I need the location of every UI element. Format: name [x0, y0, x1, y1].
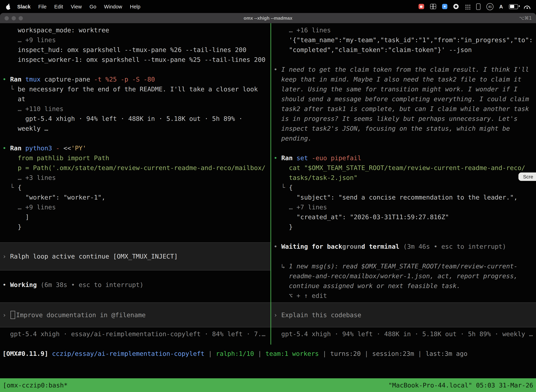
text-segment: ⌥ + ↑ edit: [274, 292, 327, 299]
terminal-line: tasks/task-2.json": [274, 173, 536, 183]
terminal-line: cat "$OMX_TEAM_STATE_ROOT/team/review-cu…: [274, 163, 536, 173]
text-segment: [2, 184, 10, 191]
screen-recording-icon[interactable]: [418, 4, 424, 9]
text-segment: is in progress? It seems likely but perh…: [274, 115, 517, 122]
text-segment: [2, 174, 18, 181]
text-segment: be necessary for the end of the README. …: [18, 85, 258, 93]
tmux-window-tab[interactable]: [omx-cczip0:bash*: [3, 382, 67, 389]
text-segment: •: [2, 75, 10, 83]
menu-item-view[interactable]: View: [67, 4, 86, 9]
prompt-placeholder: Improve documentation in @filename: [16, 310, 146, 320]
terminal-line: workspace_mode: worktree: [2, 25, 270, 35]
omx-status-line: [OMX#0.11.9] cczip/essay/ai-reimplementa…: [2, 349, 536, 359]
inject-status-band: › Ralph loop active continue [OMX_TMUX_I…: [0, 242, 270, 271]
text-segment: [274, 203, 289, 211]
terminal-line: inspect_worker-1: omx sparkshell --tmux-…: [2, 55, 270, 65]
text-segment: Waiting for back: [281, 243, 342, 250]
percentage-badge-icon[interactable]: .61: [486, 3, 493, 10]
raycast-icon[interactable]: [442, 4, 447, 9]
text-segment: [52, 144, 56, 152]
battery-icon[interactable]: [509, 4, 518, 9]
prompt-chevron-icon: ›: [274, 310, 281, 320]
text-segment: [274, 184, 281, 191]
terminal-line: "worker": "worker-1",: [2, 192, 270, 202]
text-segment: last:3m ago: [426, 350, 467, 357]
input-source-icon[interactable]: A: [499, 4, 503, 9]
wifi-icon[interactable]: [524, 4, 530, 9]
text-segment: keep that in mind. Maybe I also need the…: [274, 75, 522, 83]
apple-menu-icon[interactable]: [6, 3, 11, 10]
menu-item-help[interactable]: Help: [126, 4, 144, 9]
text-segment: └: [10, 184, 18, 191]
text-segment: •: [274, 243, 281, 250]
text-segment: Ran: [10, 75, 25, 83]
menu-item-slack[interactable]: Slack: [13, 4, 34, 9]
text-segment: [2, 105, 18, 112]
text-segment: "completed","claim_token":"claim-token"}…: [274, 46, 472, 53]
text-segment: tmux: [25, 75, 41, 83]
menu-item-window[interactable]: Window: [100, 4, 126, 9]
window-grid-icon[interactable]: [430, 4, 436, 9]
menu-item-go[interactable]: Go: [86, 4, 100, 9]
text-segment: [2, 203, 18, 211]
text-segment: gpt-5.4 xhigh · 94% left · 488K in · 5.1…: [2, 115, 243, 122]
app-circle-icon[interactable]: [453, 4, 459, 9]
text-segment: set: [297, 154, 308, 162]
terminal-line: └ {: [2, 183, 270, 192]
terminal-line: ]: [2, 212, 270, 222]
terminal-line: • I need to get the claim token from the…: [274, 65, 536, 75]
prompt-chevron-icon: ›: [2, 310, 10, 320]
window-title: omx --xhigh --madmax: [0, 13, 536, 23]
terminal-line: … +7 lines: [274, 202, 536, 212]
text-segment: |: [205, 350, 216, 357]
text-segment: … +3 lines: [18, 174, 56, 181]
terminal-line: "completed","claim_token":"claim-token"}…: [274, 45, 536, 55]
screenshot-notification[interactable]: Scre: [518, 173, 536, 181]
menu-item-edit[interactable]: Edit: [50, 4, 67, 9]
text-segment: weekly …: [2, 125, 48, 132]
terminal-line: should send a message before completing …: [274, 94, 536, 104]
text-segment: └: [10, 85, 18, 93]
text-segment: |: [361, 350, 372, 357]
text-segment: -t %25 -p -S -80: [94, 75, 155, 83]
prompt-placeholder: Explain this codebase: [281, 310, 361, 320]
prompt-input-left[interactable]: › Improve documentation in @filename: [0, 303, 270, 327]
left-terminal-pane[interactable]: workspace_mode: worktree … +9 lines insp…: [0, 23, 270, 345]
text-cursor: [10, 311, 15, 319]
terminal-line: inspect task2's JSON, focusing on the st…: [274, 124, 536, 134]
terminal-line: p = Path('.omx/state/team/review-current…: [2, 163, 270, 173]
terminal-window: workspace_mode: worktree … +9 lines insp…: [0, 23, 536, 392]
text-segment: [274, 26, 289, 34]
text-segment: task2 after task1 is complete, but can I…: [274, 105, 529, 112]
text-segment: {: [289, 184, 293, 191]
macos-menu-bar: SlackFileEditViewGoWindowHelp .61A: [0, 0, 536, 13]
inject-status-text: › Ralph loop active continue [OMX_TMUX_I…: [2, 252, 178, 261]
text-segment: … +16 lines: [289, 26, 331, 34]
terminal-line: … +9 lines: [2, 35, 270, 45]
menu-item-file[interactable]: File: [34, 4, 50, 9]
text-segment: tasks/task-2.json": [274, 174, 358, 181]
right-terminal-pane[interactable]: … +16 lines '{"team_name":"my-team","tas…: [271, 23, 536, 345]
text-segment: … +9 lines: [18, 36, 56, 44]
text-segment: Working: [10, 281, 37, 288]
window-title-bar[interactable]: omx --xhigh --madmax ⌥⌘1: [0, 13, 536, 23]
terminal-line: continue assigned work or next feasible …: [274, 281, 536, 291]
text-segment: pending.: [274, 135, 312, 142]
text-segment: "subject": "send a concise recommendatio…: [274, 194, 517, 201]
dots-grid-icon[interactable]: [464, 4, 470, 9]
terminal-line: }: [274, 222, 536, 232]
terminal-line: • Waiting for background terminal (3m 46…: [274, 242, 536, 252]
tmux-host-clock: "MacBook-Pro-44.local" 05:03 31-Mar-26: [388, 382, 533, 389]
terminal-line: later. Using the same for transition mig…: [274, 84, 536, 94]
text-segment: -: [56, 144, 60, 152]
text-segment: •: [274, 154, 281, 162]
text-segment: ›: [2, 252, 10, 260]
prompt-input-right[interactable]: › Explain this codebase: [271, 303, 536, 327]
text-segment: team:1 workers: [266, 350, 319, 357]
text-segment: groun: [342, 243, 361, 250]
text-segment: (3m 46s • esc to interrupt): [399, 243, 506, 250]
terminal-line: task2 after task1 is complete, but can I…: [274, 104, 536, 114]
screen: SlackFileEditViewGoWindowHelp .61A omx -…: [0, 0, 536, 392]
text-segment: [2, 36, 18, 44]
iphone-icon[interactable]: [476, 3, 480, 10]
